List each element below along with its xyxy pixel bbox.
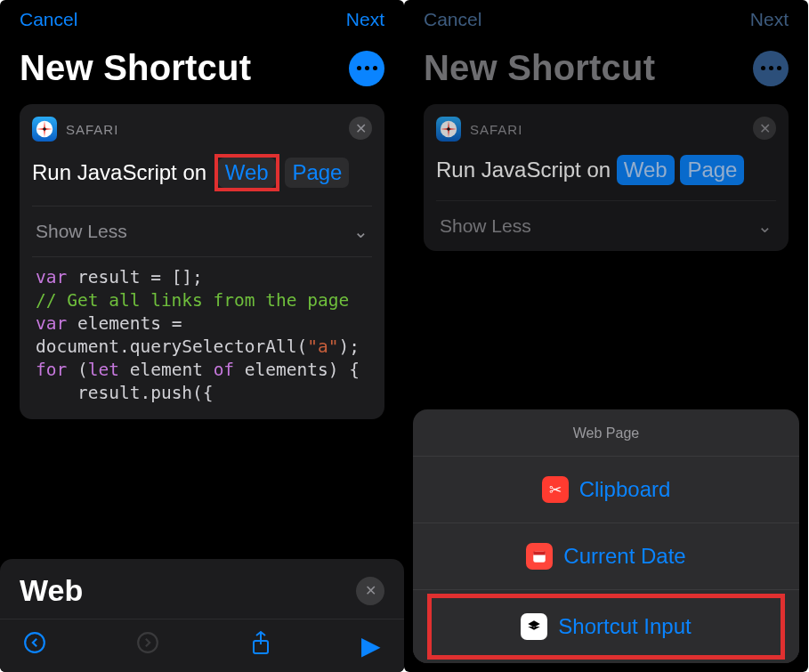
- variable-picker-sheet: Web Page ✂ Clipboard Current Date Sho: [413, 409, 799, 663]
- action-prefix: Run JavaScript on: [436, 158, 617, 182]
- web-token-highlight-box: Web: [214, 154, 279, 191]
- option-label: Current Date: [563, 544, 685, 569]
- clipboard-icon: ✂: [542, 476, 569, 503]
- top-nav-bar: Cancel Next: [0, 0, 404, 39]
- title-row: New Shortcut: [0, 39, 404, 104]
- safari-icon: [436, 117, 461, 142]
- layers-icon: [521, 613, 547, 640]
- app-name-label: SAFARI: [66, 122, 118, 137]
- cancel-button[interactable]: Cancel: [20, 9, 77, 30]
- page-title: New Shortcut: [424, 48, 655, 88]
- svg-rect-8: [534, 552, 546, 555]
- calendar-icon: [526, 543, 553, 570]
- action-card: SAFARI ✕ Run JavaScript on Web Page Show…: [20, 104, 384, 419]
- show-less-label: Show Less: [36, 221, 127, 242]
- run-button[interactable]: ▶: [361, 631, 381, 660]
- variable-search-panel: Web ✕ ▶: [0, 559, 404, 672]
- share-button[interactable]: [250, 630, 271, 661]
- title-row: New Shortcut: [404, 39, 808, 104]
- undo-button[interactable]: [23, 631, 46, 660]
- variable-token-page[interactable]: Page: [680, 155, 744, 185]
- more-button[interactable]: [349, 51, 384, 86]
- remove-action-button[interactable]: ✕: [349, 117, 372, 140]
- action-description: Run JavaScript on Web Page: [424, 149, 789, 200]
- clear-search-button[interactable]: ✕: [356, 577, 384, 605]
- action-card: SAFARI ✕ Run JavaScript on Web Page Show…: [424, 104, 789, 251]
- svg-point-2: [25, 633, 44, 652]
- right-screenshot: Cancel Next New Shortcut SAFARI ✕ Run Ja…: [404, 0, 808, 672]
- card-header: SAFARI ✕: [20, 104, 384, 149]
- javascript-code-editor[interactable]: var result = []; // Get all links from t…: [20, 257, 384, 419]
- action-prefix: Run JavaScript on: [32, 160, 213, 184]
- action-description: Run JavaScript on Web Page: [20, 149, 384, 206]
- show-less-row[interactable]: Show Less ⌄: [424, 201, 789, 251]
- variable-token-web[interactable]: Web: [617, 155, 675, 185]
- variable-token-page[interactable]: Page: [285, 158, 349, 188]
- variable-picker-container: Web Page ✂ Clipboard Current Date Sho: [404, 595, 808, 672]
- safari-icon: [32, 117, 57, 142]
- search-text[interactable]: Web: [20, 573, 83, 608]
- sheet-title: Web Page: [413, 409, 799, 456]
- more-button[interactable]: [753, 51, 789, 86]
- remove-action-button[interactable]: ✕: [753, 117, 776, 140]
- svg-point-6: [447, 127, 450, 131]
- next-button[interactable]: Next: [750, 9, 789, 30]
- show-less-row[interactable]: Show Less ⌄: [20, 206, 384, 256]
- shortcut-input-highlight-box: Shortcut Input: [427, 594, 785, 660]
- variable-token-web[interactable]: Web: [218, 158, 276, 188]
- svg-point-1: [43, 127, 46, 131]
- chevron-down-icon: ⌄: [353, 221, 368, 242]
- search-row: Web ✕: [0, 563, 404, 619]
- app-name-label: SAFARI: [470, 122, 522, 137]
- svg-point-3: [138, 633, 158, 652]
- option-clipboard[interactable]: ✂ Clipboard: [413, 457, 799, 522]
- page-title: New Shortcut: [20, 48, 251, 88]
- redo-button: [136, 631, 159, 660]
- chevron-down-icon: ⌄: [757, 215, 773, 237]
- show-less-label: Show Less: [440, 215, 531, 237]
- next-button[interactable]: Next: [346, 9, 384, 30]
- option-current-date[interactable]: Current Date: [413, 523, 799, 589]
- option-label: Clipboard: [579, 477, 671, 502]
- left-screenshot: Cancel Next New Shortcut SAFARI ✕ Run Ja…: [0, 0, 404, 672]
- divider: [413, 589, 799, 590]
- cancel-button[interactable]: Cancel: [424, 9, 481, 30]
- option-label: Shortcut Input: [558, 614, 691, 639]
- top-nav-bar: Cancel Next: [404, 0, 808, 39]
- option-shortcut-input[interactable]: Shortcut Input: [432, 598, 781, 655]
- card-header: SAFARI ✕: [424, 104, 789, 149]
- bottom-toolbar: ▶: [0, 619, 404, 672]
